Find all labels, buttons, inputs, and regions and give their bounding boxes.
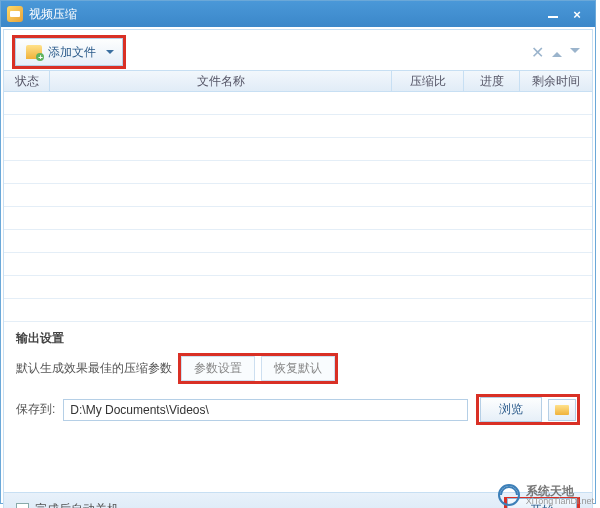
column-state: 状态 xyxy=(4,71,50,91)
table-row xyxy=(4,276,592,299)
footer: 完成后自动关机 开始 xyxy=(4,492,592,508)
save-to-label: 保存到: xyxy=(16,401,55,418)
table-row xyxy=(4,115,592,138)
folder-icon xyxy=(555,405,569,415)
open-folder-button[interactable] xyxy=(548,399,576,421)
table-row xyxy=(4,92,592,115)
toolbar: 添加文件 ✕ xyxy=(4,30,592,70)
param-line: 默认生成效果最佳的压缩参数 参数设置 恢复默认 xyxy=(16,353,580,384)
content-area: 添加文件 ✕ 状态 文件名称 压缩比 进度 剩余时间 xyxy=(3,29,593,508)
highlight-browse: 浏览 xyxy=(476,394,580,425)
highlight-param-buttons: 参数设置 恢复默认 xyxy=(178,353,338,384)
app-window: 视频压缩 × 添加文件 ✕ 状态 文件名称 压缩比 进度 剩余时间 xyxy=(0,0,596,504)
table-row xyxy=(4,253,592,276)
highlight-start: 开始 xyxy=(504,497,580,508)
save-line: 保存到: 浏览 xyxy=(16,394,580,425)
start-button[interactable]: 开始 xyxy=(507,498,577,508)
window-title: 视频压缩 xyxy=(29,6,77,23)
table-row xyxy=(4,161,592,184)
file-list xyxy=(4,92,592,322)
output-title: 输出设置 xyxy=(16,330,580,347)
column-remaining: 剩余时间 xyxy=(520,71,592,91)
table-header: 状态 文件名称 压缩比 进度 剩余时间 xyxy=(4,70,592,92)
close-button[interactable]: × xyxy=(565,5,589,23)
table-row xyxy=(4,299,592,322)
param-settings-button[interactable]: 参数设置 xyxy=(181,356,255,381)
add-file-button[interactable]: 添加文件 xyxy=(15,38,123,66)
shutdown-label: 完成后自动关机 xyxy=(35,501,119,508)
shutdown-checkbox[interactable] xyxy=(16,503,29,508)
restore-default-button[interactable]: 恢复默认 xyxy=(261,356,335,381)
table-row xyxy=(4,138,592,161)
column-ratio: 压缩比 xyxy=(392,71,464,91)
app-icon xyxy=(7,6,23,22)
highlight-add-file: 添加文件 xyxy=(12,35,126,69)
save-path-input[interactable] xyxy=(63,399,468,421)
minimize-button[interactable] xyxy=(541,5,565,23)
add-file-label: 添加文件 xyxy=(48,44,96,61)
move-up-button[interactable] xyxy=(548,43,566,61)
folder-plus-icon xyxy=(26,45,42,59)
move-down-button[interactable] xyxy=(566,43,584,62)
output-section: 输出设置 默认生成效果最佳的压缩参数 参数设置 恢复默认 保存到: 浏览 xyxy=(4,322,592,431)
title-bar: 视频压缩 × xyxy=(1,1,595,27)
remove-button[interactable]: ✕ xyxy=(527,43,548,62)
table-row xyxy=(4,184,592,207)
column-filename: 文件名称 xyxy=(50,71,392,91)
param-hint: 默认生成效果最佳的压缩参数 xyxy=(16,360,172,377)
table-row xyxy=(4,230,592,253)
table-row xyxy=(4,207,592,230)
column-progress: 进度 xyxy=(464,71,520,91)
browse-button[interactable]: 浏览 xyxy=(480,397,542,422)
